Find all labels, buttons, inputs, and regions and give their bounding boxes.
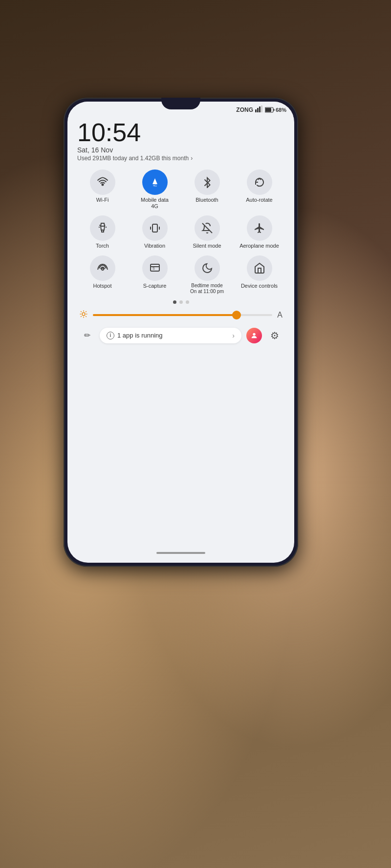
svg-text:4G: 4G xyxy=(153,184,157,187)
tile-wifi[interactable]: Wi-Fi xyxy=(79,169,126,210)
svg-point-15 xyxy=(82,313,85,316)
aeroplane-icon xyxy=(247,215,272,241)
battery-icon: 68% xyxy=(265,107,286,113)
svg-rect-2 xyxy=(259,106,261,112)
home-indicator[interactable] xyxy=(156,552,205,554)
dot-1 xyxy=(173,300,176,304)
dot-2 xyxy=(179,300,183,304)
silent-mode-label: Silent mode xyxy=(193,243,221,249)
scapture-label: S-capture xyxy=(143,283,167,289)
svg-rect-0 xyxy=(255,109,257,112)
carrier-name: ZONG xyxy=(236,106,253,113)
brightness-slider[interactable] xyxy=(93,314,272,316)
app-running-chevron: › xyxy=(232,332,235,339)
tile-scapture[interactable]: S S-capture xyxy=(131,255,178,295)
tile-grid-row2: Torch Vibration xyxy=(77,215,284,249)
phone-screen: ZONG 68% xyxy=(67,102,294,563)
svg-rect-1 xyxy=(257,108,259,112)
svg-line-22 xyxy=(81,316,82,317)
bedtime-label: Bedtime mode On at 11:00 pm xyxy=(190,283,224,295)
svg-point-7 xyxy=(102,184,103,186)
svg-rect-3 xyxy=(261,106,262,112)
brightness-fill xyxy=(93,314,237,316)
info-icon: i xyxy=(107,332,114,339)
brightness-thumb xyxy=(232,311,241,319)
page-dots xyxy=(77,300,284,304)
signal-icon xyxy=(255,106,263,114)
tile-grid-row3: Hotspot S S-capture xyxy=(77,255,284,295)
auto-rotate-label: Auto-rotate xyxy=(246,197,272,203)
tile-mobile-data[interactable]: 4G Mobile data 4G xyxy=(131,169,178,210)
vibration-icon xyxy=(142,215,168,241)
mobile-data-icon: 4G xyxy=(142,169,168,195)
tile-device-controls[interactable]: Device controls xyxy=(236,255,282,295)
silent-mode-icon xyxy=(195,215,220,241)
scapture-icon: S xyxy=(142,255,168,281)
edit-button[interactable]: ✏ xyxy=(79,328,95,343)
svg-rect-6 xyxy=(273,109,274,111)
svg-point-24 xyxy=(253,333,255,335)
clock-time: 10:54 xyxy=(77,120,284,145)
app-running-text: 1 app is running xyxy=(117,332,163,339)
time-display: 10:54 Sat, 16 Nov Used 291MB today and 1… xyxy=(67,116,294,163)
svg-point-11 xyxy=(102,268,104,270)
battery-percentage: 68% xyxy=(276,107,286,113)
brightness-auto-label: A xyxy=(277,311,282,319)
app-running-pill[interactable]: i 1 app is running › xyxy=(100,328,241,343)
device-controls-label: Device controls xyxy=(241,283,278,289)
tile-silent-mode[interactable]: Silent mode xyxy=(184,215,230,249)
bluetooth-icon xyxy=(195,169,220,195)
svg-rect-5 xyxy=(265,108,271,112)
torch-icon xyxy=(90,215,115,241)
aeroplane-label: Aeroplane mode xyxy=(239,243,279,249)
phone-device: ZONG 68% xyxy=(64,98,298,567)
vibration-label: Vibration xyxy=(144,243,165,249)
tile-bluetooth[interactable]: Bluetooth xyxy=(184,169,230,210)
device-controls-icon xyxy=(247,255,272,281)
app-running-left: i 1 app is running xyxy=(107,332,163,339)
tile-aeroplane[interactable]: Aeroplane mode xyxy=(236,215,282,249)
svg-text:S: S xyxy=(152,267,155,270)
svg-line-19 xyxy=(86,316,87,317)
quick-settings-panel: Wi-Fi 4G Mobile data 4G xyxy=(67,169,294,351)
bluetooth-label: Bluetooth xyxy=(196,197,218,203)
settings-button[interactable]: ⚙ xyxy=(267,328,282,343)
svg-rect-12 xyxy=(151,264,159,271)
svg-rect-9 xyxy=(152,224,157,232)
dot-3 xyxy=(186,300,189,304)
wifi-label: Wi-Fi xyxy=(96,197,109,203)
date-display: Sat, 16 Nov xyxy=(77,146,284,154)
wifi-icon xyxy=(90,169,115,195)
tile-grid-row1: Wi-Fi 4G Mobile data 4G xyxy=(77,169,284,210)
tile-vibration[interactable]: Vibration xyxy=(131,215,178,249)
data-usage-chevron: › xyxy=(191,155,193,162)
tile-auto-rotate[interactable]: Auto-rotate xyxy=(236,169,282,210)
hotspot-label: Hotspot xyxy=(93,283,112,289)
data-usage-text[interactable]: Used 291MB today and 1.42GB this month › xyxy=(77,155,284,162)
svg-line-23 xyxy=(86,311,87,312)
empty-space xyxy=(67,351,294,449)
user-avatar[interactable] xyxy=(246,328,262,343)
brightness-sun-icon xyxy=(79,310,88,321)
hotspot-icon xyxy=(90,255,115,281)
torch-label: Torch xyxy=(96,243,109,249)
mobile-data-label: Mobile data 4G xyxy=(141,197,169,210)
tile-torch[interactable]: Torch xyxy=(79,215,126,249)
bottom-row: ✏ i 1 app is running › ⚙ xyxy=(77,328,284,343)
tile-hotspot[interactable]: Hotspot xyxy=(79,255,126,295)
tile-bedtime[interactable]: Bedtime mode On at 11:00 pm xyxy=(184,255,230,295)
bedtime-icon xyxy=(195,255,220,281)
svg-line-18 xyxy=(81,311,82,312)
brightness-row: A xyxy=(77,310,284,321)
phone-notch xyxy=(161,98,200,109)
auto-rotate-icon xyxy=(247,169,272,195)
